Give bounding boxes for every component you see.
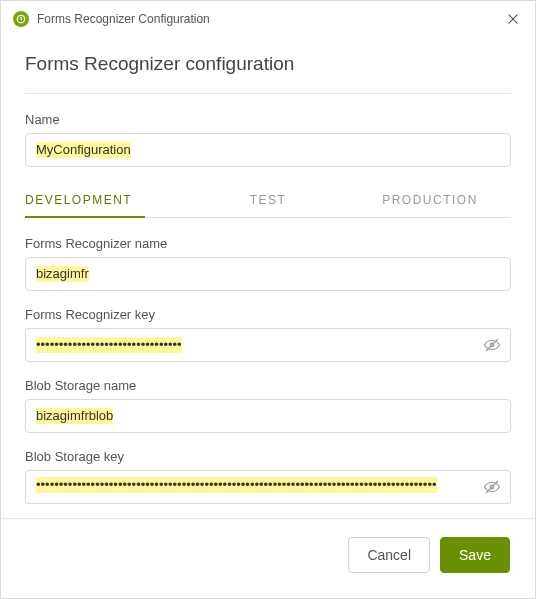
fr-name-value: bizagimfr: [36, 266, 89, 282]
env-tabs: DEVELOPMENT TEST PRODUCTION: [25, 183, 511, 218]
name-input[interactable]: MyConfiguration: [25, 133, 511, 167]
blob-key-value: ••••••••••••••••••••••••••••••••••••••••…: [36, 477, 437, 493]
tab-test[interactable]: TEST: [187, 183, 349, 217]
fr-name-label: Forms Recognizer name: [25, 236, 511, 251]
dialog-footer: Cancel Save: [2, 518, 534, 597]
blob-name-input[interactable]: bizagimfrblob: [25, 399, 511, 433]
eye-off-icon[interactable]: [481, 334, 503, 356]
title-bar: Forms Recognizer Configuration: [1, 1, 535, 33]
blob-name-label: Blob Storage name: [25, 378, 511, 393]
blob-key-label: Blob Storage key: [25, 449, 511, 464]
fr-name-input[interactable]: bizagimfr: [25, 257, 511, 291]
cancel-button[interactable]: Cancel: [348, 537, 430, 573]
tab-development[interactable]: DEVELOPMENT: [25, 183, 187, 217]
name-label: Name: [25, 112, 511, 127]
name-value: MyConfiguration: [36, 142, 131, 158]
page-title: Forms Recognizer configuration: [25, 53, 511, 75]
divider: [25, 93, 511, 94]
save-button[interactable]: Save: [440, 537, 510, 573]
fr-key-value: ••••••••••••••••••••••••••••••••: [36, 337, 182, 353]
app-icon: [13, 11, 29, 27]
eye-off-icon[interactable]: [481, 476, 503, 498]
tab-production[interactable]: PRODUCTION: [349, 183, 511, 217]
blob-key-input[interactable]: ••••••••••••••••••••••••••••••••••••••••…: [25, 470, 511, 504]
fr-key-input[interactable]: ••••••••••••••••••••••••••••••••: [25, 328, 511, 362]
close-icon[interactable]: [503, 9, 523, 29]
fr-key-label: Forms Recognizer key: [25, 307, 511, 322]
blob-name-value: bizagimfrblob: [36, 408, 113, 424]
window-title: Forms Recognizer Configuration: [37, 12, 503, 26]
